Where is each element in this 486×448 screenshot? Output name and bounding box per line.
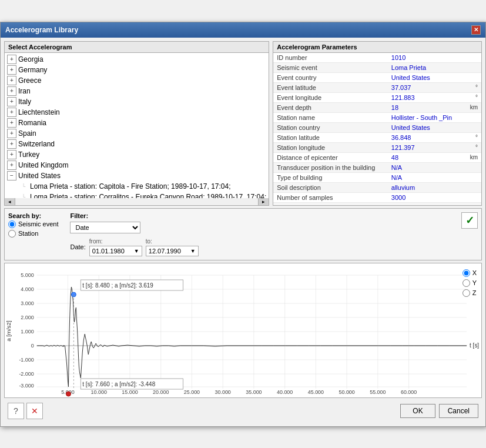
main-window: Accelerogram Library ✕ Select Accelerogr… [0, 22, 486, 427]
window-title: Accelerogram Library [5, 26, 78, 34]
svg-text:35.000: 35.000 [246, 389, 262, 394]
radio-seismic-input[interactable] [8, 220, 16, 228]
tree-item-uk[interactable]: + United Kingdom [6, 160, 267, 170]
tooltip-max-text: t [s]: 8.480 ; a [m/s2]: 3.619 [82, 282, 153, 288]
param-value-10: 48 [388, 152, 461, 162]
expand-georgia[interactable]: + [7, 55, 16, 64]
expand-italy[interactable]: + [7, 97, 16, 106]
param-label-11: Transducer position in the building [273, 162, 388, 172]
help-icon: ? [14, 406, 18, 416]
scroll-left-btn[interactable]: ◂ [5, 198, 15, 205]
min-marker [66, 392, 71, 396]
expand-spain[interactable]: + [7, 129, 16, 138]
delete-button[interactable]: ✕ [26, 403, 43, 419]
radio-axis-x[interactable]: X [462, 269, 477, 277]
tree-label-greece: Greece [18, 76, 41, 85]
filter-select[interactable]: Date Magnitude Distance [70, 222, 140, 233]
param-label-2: Event country [273, 72, 388, 82]
date-to-input[interactable]: 12.07.1990 ▼ [146, 246, 199, 256]
close-button[interactable]: ✕ [471, 25, 481, 35]
radio-x-input[interactable] [462, 269, 470, 277]
tree-label-lp2: Loma Prieta - station: Corralitos - Eure… [30, 193, 266, 198]
radio-y-input[interactable] [462, 279, 470, 287]
expand-turkey[interactable]: + [7, 150, 16, 159]
chart-section: 5.000 4.000 3.000 2.000 1.000 0 -1.000 -… [4, 263, 482, 398]
tree-item-turkey[interactable]: + Turkey [6, 149, 267, 160]
expand-liechtenstein[interactable]: + [7, 108, 16, 117]
tree-label-uk: United Kingdom [18, 161, 68, 169]
expand-iran[interactable]: + [7, 86, 16, 96]
expand-greece[interactable]: + [7, 76, 16, 85]
svg-text:10.000: 10.000 [91, 389, 107, 394]
expand-us[interactable]: − [7, 171, 16, 180]
right-panel-header: Accelerogram Parameters [273, 42, 481, 53]
chart-bg [5, 263, 481, 397]
param-unit-8: ° [461, 132, 481, 142]
cancel-button[interactable]: Cancel [439, 404, 478, 418]
tree-label-spain: Spain [18, 129, 36, 138]
svg-text:1.000: 1.000 [21, 328, 33, 334]
date-to-value: 12.07.1990 [149, 248, 181, 255]
expand-uk[interactable]: + [7, 161, 16, 170]
date-from-input[interactable]: 01.01.1980 ▼ [89, 246, 142, 256]
param-label-0: ID number [273, 53, 388, 63]
param-unit-11 [461, 162, 481, 172]
param-value-3: 37.037 [388, 82, 461, 92]
apply-filter-button[interactable]: ✓ [461, 212, 478, 229]
tree-container[interactable]: + Georgia + Germany + Greece [5, 53, 269, 198]
tree-label-liechtenstein: Liechtenstein [18, 108, 60, 116]
radio-station-input[interactable] [8, 230, 16, 238]
param-unit-12 [461, 172, 481, 182]
chart-svg: 5.000 4.000 3.000 2.000 1.000 0 -1.000 -… [5, 263, 481, 397]
expand-romania[interactable]: + [7, 118, 16, 128]
radio-z-input[interactable] [462, 289, 470, 297]
right-panel: Accelerogram Parameters ID number1010Sei… [273, 41, 482, 206]
radio-seismic-label: Seismic event [18, 220, 58, 228]
tree-item-liechtenstein[interactable]: + Liechtenstein [6, 107, 267, 118]
tree-item-iran[interactable]: + Iran [6, 86, 267, 96]
tree-label-switzerland: Switzerland [18, 140, 55, 148]
tree-item-romania[interactable]: + Romania [6, 118, 267, 128]
tree-item-greece[interactable]: + Greece [6, 75, 267, 86]
param-label-9: Station longitude [273, 142, 388, 152]
radio-seismic-event[interactable]: Seismic event [8, 220, 58, 228]
tree-label-georgia: Georgia [18, 55, 43, 63]
radio-axis-z[interactable]: Z [462, 289, 477, 297]
delete-icon: ✕ [31, 406, 38, 416]
left-panel-header: Select Accelerogram [5, 42, 269, 53]
y-axis-labels: 5.000 4.000 3.000 2.000 1.000 0 -1.000 -… [19, 272, 33, 388]
tree-label-turkey: Turkey [18, 151, 39, 159]
y-axis-title: a [m/s2] [5, 320, 12, 342]
svg-text:-1.000: -1.000 [19, 356, 33, 362]
expand-germany[interactable]: + [7, 65, 16, 75]
param-unit-1 [461, 62, 481, 72]
tree-item-georgia[interactable]: + Georgia [6, 54, 267, 65]
tree-item-italy[interactable]: + Italy [6, 96, 267, 107]
tree-item-lp1[interactable]: └ Loma Prieta - station: Capitola - Fire… [6, 181, 267, 192]
scroll-right-btn[interactable]: ▸ [258, 198, 269, 205]
param-label-13: Soil description [273, 182, 388, 192]
main-content: Select Accelerogram + Georgia + Germany … [1, 38, 485, 426]
x-axis-title: t [s] [470, 342, 479, 348]
param-label-6: Station name [273, 112, 388, 122]
param-value-6: Hollister - South _Pin [388, 112, 461, 122]
tree-item-spain[interactable]: + Spain [6, 128, 267, 139]
radio-axis-y[interactable]: Y [462, 279, 477, 287]
radio-station[interactable]: Station [8, 230, 58, 238]
expand-switzerland[interactable]: + [7, 139, 16, 149]
date-to-label: to: [146, 238, 199, 245]
tree-label-germany: Germany [18, 66, 47, 74]
svg-text:60.000: 60.000 [401, 389, 417, 394]
param-value-14: 3000 [388, 192, 461, 202]
tree-item-germany[interactable]: + Germany [6, 65, 267, 75]
tree-item-lp2[interactable]: └ Loma Prieta - station: Corralitos - Eu… [6, 192, 267, 198]
tree-item-us[interactable]: − United States [6, 170, 267, 181]
tooltip-min-text: t [s]: 7.660 ; a [m/s2]: -3.448 [82, 380, 155, 387]
top-section: Select Accelerogram + Georgia + Germany … [4, 41, 482, 206]
ok-button[interactable]: OK [400, 404, 435, 418]
param-value-1: Loma Prieta [388, 62, 461, 72]
tree-item-switzerland[interactable]: + Switzerland [6, 139, 267, 149]
svg-text:0: 0 [31, 342, 34, 348]
help-button[interactable]: ? [8, 403, 24, 419]
date-to-group: to: 12.07.1990 ▼ [146, 238, 199, 256]
